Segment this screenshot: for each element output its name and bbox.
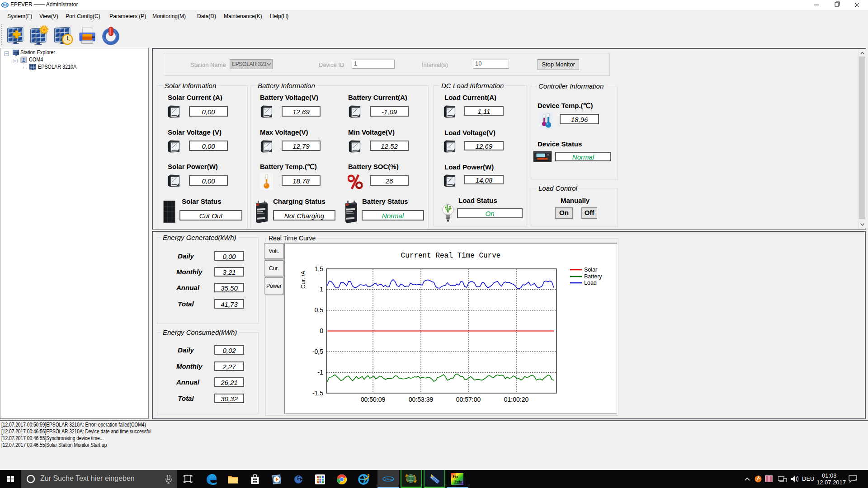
svg-text:00:50:09: 00:50:09 (361, 396, 386, 403)
svg-text:Fix: Fix (453, 474, 458, 479)
svg-text:Solar: Solar (584, 267, 597, 273)
svg-text:Load: Load (584, 280, 597, 286)
svg-text:0: 0 (320, 327, 323, 334)
svg-text:-0,5: -0,5 (312, 348, 323, 355)
svg-text:Foto: Foto (454, 479, 462, 483)
svg-text:Cur. /A: Cur. /A (300, 271, 307, 289)
svg-text:1: 1 (320, 286, 323, 293)
svg-text:0,5: 0,5 (315, 306, 324, 314)
svg-text:-1: -1 (318, 369, 324, 376)
svg-text:Battery: Battery (584, 273, 602, 280)
svg-text:EPever: EPever (385, 478, 394, 481)
svg-text:00:57:00: 00:57:00 (456, 396, 481, 403)
svg-text:-1,5: -1,5 (312, 389, 323, 397)
svg-text:Current Real Time Curve: Current Real Time Curve (401, 252, 501, 260)
svg-text:1,5: 1,5 (315, 265, 324, 272)
svg-text:01:00:20: 01:00:20 (504, 396, 529, 403)
svg-text:00:53:39: 00:53:39 (409, 396, 434, 403)
